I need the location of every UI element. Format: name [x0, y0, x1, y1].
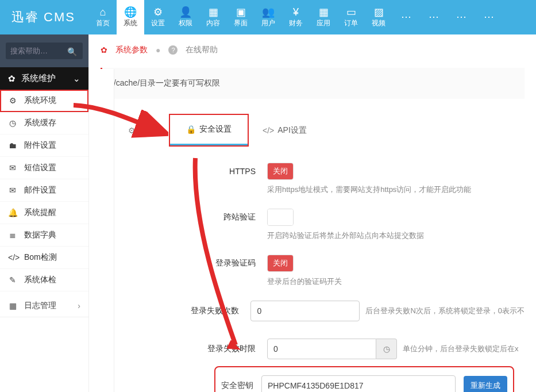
nav-label: 应用 — [317, 18, 330, 28]
nav-label: 视频 — [372, 18, 385, 28]
nav-label: 内容 — [206, 18, 220, 28]
top-nav-用户[interactable]: 👥用户 — [254, 0, 282, 34]
top-nav-界面[interactable]: ▣界面 — [227, 0, 254, 34]
top-nav-系统[interactable]: 🌐系统 — [117, 0, 144, 34]
sidebar-item-系统提醒[interactable]: 🔔系统提醒 — [0, 202, 88, 224]
nav-icon: ⚙ — [153, 7, 163, 17]
sidebar-group-label: 日志管理 — [24, 301, 56, 311]
top-nav-item[interactable]: ⋯ — [475, 0, 503, 34]
sidebar-search: 🔍 — [0, 34, 88, 67]
help-icon: ? — [168, 45, 178, 55]
regenerate-key-button[interactable]: 重新生成 — [464, 376, 507, 392]
top-nav-item[interactable]: ⋯ — [448, 0, 475, 34]
menu-icon: ✎ — [8, 275, 17, 285]
breadcrumb-help[interactable]: 在线帮助 — [186, 45, 218, 55]
top-nav-item[interactable]: ⋯ — [420, 0, 448, 34]
input-security-key[interactable] — [261, 375, 456, 392]
menu-icon: ✉ — [8, 186, 17, 195]
tab-API设置[interactable]: </>API设置 — [252, 119, 317, 142]
nav-icon: 👤 — [179, 7, 192, 17]
nav-label: 财务 — [289, 18, 303, 28]
top-nav-内容[interactable]: ▦内容 — [199, 0, 227, 34]
menu-label: 邮件设置 — [24, 185, 56, 195]
menu-label: 数据字典 — [24, 230, 56, 240]
alert-cache-permission: ./cache/目录一定要有可写权限 — [101, 68, 525, 99]
top-nav-item[interactable]: ⋯ — [392, 0, 420, 34]
tab-icon: </> — [263, 126, 274, 135]
top-nav-权限[interactable]: 👤权限 — [172, 0, 199, 34]
toggle-cors[interactable]: 开启 — [267, 209, 294, 226]
top-nav-首页[interactable]: ⌂首页 — [89, 0, 117, 34]
nav-icon: ▣ — [236, 7, 246, 17]
grid-icon: ▦ — [8, 301, 17, 310]
label-security-key: 安全密钥 — [221, 381, 253, 391]
nav-label: 界面 — [234, 18, 248, 28]
label-cors: 跨站验证 — [101, 212, 256, 222]
sidebar-group-label: 系统维护 — [21, 73, 56, 84]
top-nav-设置[interactable]: ⚙设置 — [144, 0, 172, 34]
chevron-down-icon: ⌄ — [73, 74, 80, 84]
nav-label: 首页 — [96, 18, 110, 28]
nav-icon: ▦ — [209, 7, 218, 17]
gear-icon: ✿ — [101, 45, 107, 55]
menu-icon: </> — [8, 253, 17, 262]
tab-label: 安全设置 — [199, 124, 232, 134]
sidebar-item-附件设置[interactable]: 🖿附件设置 — [0, 134, 88, 157]
nav-icon: 🌐 — [124, 7, 137, 17]
input-fail-count[interactable] — [250, 301, 360, 321]
top-nav-订单[interactable]: ▭订单 — [337, 0, 365, 34]
nav-icon: ⋯ — [429, 11, 439, 22]
menu-icon: ⚙ — [8, 96, 17, 105]
sidebar-item-邮件设置[interactable]: ✉邮件设置 — [0, 179, 88, 202]
toggle-captcha[interactable]: 关闭 — [267, 255, 294, 272]
sidebar-group-logs[interactable]: ▦ 日志管理 › — [0, 295, 88, 317]
menu-label: 系统体检 — [24, 275, 56, 285]
label-https: HTTPS — [101, 167, 256, 176]
menu-icon: 🖿 — [8, 141, 17, 150]
menu-label: Bom检测 — [24, 252, 57, 263]
nav-icon: ▭ — [346, 7, 356, 17]
clock-icon: ◷ — [376, 339, 397, 359]
menu-icon: ◷ — [8, 118, 17, 128]
sidebar-item-系统缓存[interactable]: ◷系统缓存 — [0, 112, 88, 134]
menu-icon: 🔔 — [8, 208, 17, 217]
toggle-off-text: 关闭 — [268, 163, 293, 179]
menu-label: 系统缓存 — [24, 118, 56, 128]
nav-icon: ¥ — [293, 7, 299, 17]
sidebar-group-system-maint[interactable]: ✿ 系统维护 ⌄ — [0, 67, 88, 90]
sidebar-item-Bom检测[interactable]: </>Bom检测 — [0, 247, 88, 269]
top-nav-财务[interactable]: ¥财务 — [282, 0, 310, 34]
menu-label: 短信设置 — [24, 163, 56, 173]
breadcrumb: ✿ 系统参数 ● ? 在线帮助 — [101, 45, 525, 55]
desc-https: 采用https地址模式，需要网站支持https访问，才能开启此功能 — [267, 185, 525, 195]
nav-icon: ⋯ — [484, 11, 494, 22]
tab-安全设置[interactable]: 🔒安全设置 — [170, 115, 248, 145]
sidebar-item-系统体检[interactable]: ✎系统体检 — [0, 269, 88, 291]
input-lock-time[interactable] — [267, 339, 376, 359]
menu-label: 附件设置 — [24, 140, 56, 151]
nav-label: 用户 — [261, 18, 275, 28]
chevron-right-icon: › — [78, 301, 80, 310]
menu-label: 系统提醒 — [24, 207, 56, 218]
desc-fail-count: 后台登录失败N次后，系统将锁定登录，0表示不 — [365, 306, 525, 316]
menu-label: 系统环境 — [24, 95, 56, 106]
tab-参数[interactable]: ⚙参数 — [118, 119, 165, 142]
nav-icon: ⋯ — [401, 11, 411, 22]
nav-icon: ⌂ — [100, 7, 106, 17]
nav-icon: ▨ — [374, 7, 384, 17]
menu-icon: ≣ — [8, 230, 17, 240]
top-nav-视频[interactable]: ▨视频 — [365, 0, 392, 34]
breadcrumb-active[interactable]: 系统参数 — [115, 45, 148, 55]
top-nav-应用[interactable]: ▦应用 — [310, 0, 337, 34]
desc-lock-time: 单位分钟，后台登录失败锁定后在x — [403, 344, 519, 354]
tab-icon: ⚙ — [128, 126, 136, 135]
nav-label: 系统 — [124, 18, 137, 28]
sidebar-item-数据字典[interactable]: ≣数据字典 — [0, 224, 88, 247]
nav-label: 权限 — [179, 18, 192, 28]
sidebar-item-系统环境[interactable]: ⚙系统环境 — [0, 90, 88, 112]
toggle-https[interactable]: 关闭 — [267, 163, 294, 180]
sidebar-item-短信设置[interactable]: ✉短信设置 — [0, 157, 88, 179]
tab-label: 参数 — [139, 125, 155, 136]
menu-icon: ✉ — [8, 163, 17, 172]
tab-icon: 🔒 — [186, 125, 196, 134]
